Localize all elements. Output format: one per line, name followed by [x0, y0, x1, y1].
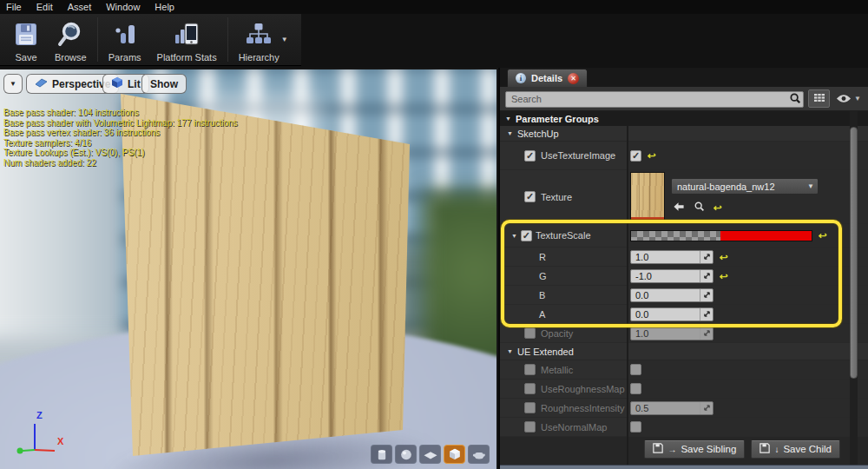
save-child-button[interactable]: ↓ Save Child	[751, 440, 840, 459]
shader-stats-overlay: Base pass shader: 104 instructions Base …	[3, 108, 238, 168]
channel-b-label: B	[539, 290, 545, 301]
value-drag-icon	[700, 402, 713, 414]
opacity-param-checkbox[interactable]: ✓	[524, 327, 536, 339]
hierarchy-caret-icon[interactable]: ▼	[281, 36, 288, 43]
view-options-button[interactable]: ▼	[834, 91, 863, 107]
channel-r-label: R	[539, 252, 546, 262]
details-toolbar: ▼	[500, 87, 868, 111]
menu-edit[interactable]: Edit	[36, 2, 53, 12]
texture-scale-param-checkbox[interactable]: ✓	[521, 230, 532, 241]
reset-to-default-icon[interactable]: ↩	[713, 203, 722, 213]
floppy-icon	[760, 443, 770, 455]
channel-row-r: R 1.0 ↩	[500, 248, 868, 267]
texture-param-checkbox[interactable]: ✓	[524, 191, 536, 202]
menu-window[interactable]: Window	[106, 2, 140, 12]
viewport-options-button[interactable]: ▼	[3, 74, 23, 94]
save-sibling-button[interactable]: → Save Sibling	[644, 440, 745, 459]
lit-cube-icon	[111, 76, 123, 91]
expander-icon[interactable]: ▼	[507, 130, 513, 136]
use-normal-map-param-checkbox[interactable]: ✓	[524, 421, 536, 433]
roughness-intensity-param-checkbox[interactable]: ✓	[524, 402, 536, 413]
use-texture-image-value-checkbox[interactable]: ✓	[630, 150, 641, 162]
menu-asset[interactable]: Asset	[68, 2, 92, 12]
parameter-groups-header[interactable]: ▼ Parameter Groups	[500, 111, 868, 126]
roughness-intensity-value: 0.5	[631, 402, 700, 414]
browse-button[interactable]: Browse	[47, 14, 95, 65]
reset-to-default-icon[interactable]: ↩	[819, 231, 827, 241]
column-divider[interactable]	[627, 126, 628, 465]
show-button[interactable]: Show	[141, 74, 187, 94]
texture-scale-color-swatch[interactable]	[630, 230, 812, 241]
texture-scale-label: TextureScale	[536, 230, 591, 241]
value-drag-icon[interactable]	[700, 289, 713, 301]
reset-to-default-icon[interactable]: ↩	[720, 271, 728, 281]
channel-a-input[interactable]: 0.0	[630, 307, 713, 321]
platform-stats-button[interactable]: Platform Stats	[149, 14, 225, 65]
details-tab[interactable]: i Details ✕	[507, 69, 588, 87]
channel-g-value: -1.0	[631, 270, 700, 282]
toolbar-separator	[227, 17, 228, 62]
metallic-param-checkbox[interactable]: ✓	[524, 364, 536, 375]
value-drag-icon	[700, 327, 713, 340]
preview-shape-bar	[371, 445, 490, 464]
hierarchy-label: Hierarchy	[239, 52, 279, 63]
texture-thumbnail[interactable]	[630, 172, 665, 222]
browse-magnifier-icon	[56, 22, 84, 50]
window-bottom-edge	[500, 465, 868, 469]
expander-icon[interactable]: ▼	[507, 348, 513, 354]
use-selected-asset-icon[interactable]	[673, 200, 685, 215]
reset-to-default-icon[interactable]: ↩	[720, 252, 728, 261]
ue-extended-group-header[interactable]: ▼ UE Extended	[500, 343, 868, 360]
save-button[interactable]: Save	[5, 14, 47, 65]
scrollbar-thumb[interactable]	[850, 127, 858, 379]
hierarchy-button[interactable]: Hierarchy ▼	[231, 14, 296, 65]
search-input[interactable]	[505, 91, 804, 108]
main-toolbar: Save Browse Params	[0, 14, 868, 68]
texture-asset-dropdown[interactable]: natural-bagenda_nw12 ▼	[671, 178, 819, 195]
value-drag-icon[interactable]	[700, 308, 713, 320]
reset-to-default-icon[interactable]: ↩	[648, 151, 656, 161]
3d-viewport[interactable]: Base pass shader: 104 instructions Base …	[0, 69, 496, 469]
expander-icon[interactable]: ▼	[511, 233, 517, 239]
use-texture-image-param-checkbox[interactable]: ✓	[524, 150, 536, 162]
chevron-down-icon: ▼	[804, 182, 818, 190]
preview-sphere-button[interactable]	[395, 445, 417, 464]
channel-b-input[interactable]: 0.0	[630, 288, 713, 302]
texture-label: Texture	[541, 192, 572, 202]
axis-z-label: Z	[36, 410, 43, 420]
params-button[interactable]: Params	[101, 14, 149, 65]
value-drag-icon[interactable]	[700, 270, 713, 282]
preview-plane-button[interactable]	[419, 445, 441, 464]
stats-line: Base pass vertex shader: 36 instructions	[3, 128, 238, 138]
channel-row-b: B 0.0	[500, 286, 868, 305]
channel-b-value: 0.0	[631, 289, 700, 301]
search-icon	[789, 92, 801, 108]
preview-cylinder-button[interactable]	[371, 445, 392, 464]
use-roughness-map-param-checkbox[interactable]: ✓	[524, 383, 536, 394]
preview-custom-mesh-button[interactable]	[468, 445, 490, 464]
sketchup-group-header[interactable]: ▼ SketchUp	[500, 126, 868, 142]
preview-cube-button[interactable]	[444, 445, 465, 464]
use-normal-map-value-checkbox: ✓	[630, 421, 641, 433]
menu-help[interactable]: Help	[155, 2, 174, 12]
stats-line: Texture samplers: 4/16	[3, 138, 238, 149]
property-matrix-button[interactable]	[808, 89, 830, 108]
save-buttons-row: → Save Sibling ↓ Save Child	[500, 437, 868, 461]
roughness-intensity-label: RoughnessIntensity	[541, 403, 625, 413]
save-sibling-label: Save Sibling	[681, 444, 736, 454]
eye-icon	[836, 91, 852, 107]
red-channel-bar	[720, 231, 812, 241]
menu-file[interactable]: File	[6, 2, 22, 12]
texture-scale-row: ▼ ✓ TextureScale ↩	[500, 224, 868, 248]
view-mode-label: Lit	[128, 78, 141, 90]
browse-to-asset-icon[interactable]	[694, 200, 705, 215]
channel-g-input[interactable]: -1.0	[630, 269, 713, 283]
use-roughness-map-value-checkbox: ✓	[630, 383, 641, 394]
metallic-value-checkbox: ✓	[630, 364, 641, 375]
channel-r-input[interactable]: 1.0	[630, 250, 713, 264]
value-drag-icon[interactable]	[700, 251, 713, 263]
close-tab-icon[interactable]: ✕	[568, 73, 579, 84]
stats-line: Num shaders added: 22	[3, 158, 238, 168]
expander-icon[interactable]: ▼	[505, 116, 511, 122]
perspective-icon	[35, 78, 48, 90]
